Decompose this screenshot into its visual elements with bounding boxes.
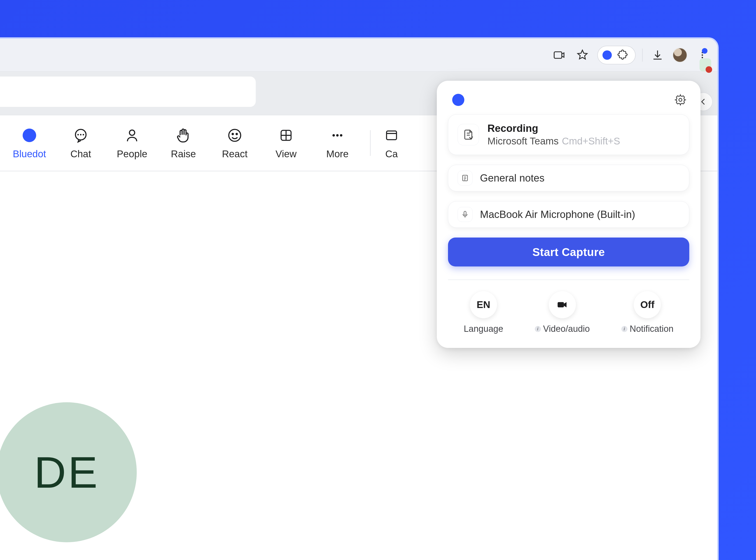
people-icon: [124, 126, 140, 144]
notes-icon: [458, 171, 473, 185]
ellipsis-icon: [330, 126, 345, 144]
grid-icon: [279, 126, 294, 144]
notification-value: Off: [640, 299, 655, 310]
occluded-bluedot: [702, 48, 708, 54]
recording-shortcut: Cmd+Shift+S: [562, 136, 620, 147]
notes-card[interactable]: General notes: [448, 165, 689, 191]
svg-rect-16: [464, 212, 466, 215]
svg-point-14: [679, 98, 682, 101]
svg-point-6: [229, 129, 241, 141]
notes-label: General notes: [480, 172, 544, 184]
extensions-icon[interactable]: [617, 49, 629, 61]
extension-pill[interactable]: [597, 46, 636, 64]
toolbar-item-people[interactable]: People: [106, 126, 158, 160]
toolbar-item-label: Bluedot: [13, 148, 46, 160]
info-icon: i: [535, 326, 541, 332]
notification-chip: Off: [634, 291, 661, 318]
toolbar-item-cut[interactable]: Ca: [378, 126, 405, 160]
bluedot-extension-icon[interactable]: [602, 51, 612, 60]
avatar-initials: DE: [34, 447, 99, 498]
profile-avatar[interactable]: [673, 47, 688, 62]
toolbar-item-bluedot[interactable]: Bluedot: [4, 126, 55, 160]
svg-point-8: [236, 134, 238, 135]
toolbar-item-label: View: [276, 148, 297, 160]
microphone-icon: [458, 207, 473, 222]
gear-icon[interactable]: [674, 94, 687, 106]
toolbar-separator: [370, 130, 371, 156]
svg-rect-17: [557, 302, 564, 307]
toolbar-divider: [642, 48, 642, 62]
toolbar-item-label: React: [222, 148, 247, 160]
language-label: Language: [464, 324, 503, 334]
raise-hand-icon: [176, 126, 191, 144]
document-edit-icon: [458, 124, 479, 145]
microphone-card[interactable]: MacBook Air Microphone (Built-in): [448, 201, 689, 228]
toolbar-item-label: Raise: [171, 148, 196, 160]
bluedot-logo-icon: [452, 94, 464, 106]
popup-divider: [448, 280, 689, 280]
toolbar-item-more[interactable]: More: [312, 126, 363, 160]
svg-point-11: [336, 134, 339, 137]
video-audio-option[interactable]: i Video/audio: [535, 291, 590, 334]
camera-icon[interactable]: [551, 47, 568, 63]
video-icon: [556, 298, 569, 311]
svg-point-5: [130, 130, 135, 135]
start-capture-label: Start Capture: [533, 246, 605, 258]
microphone-label: MacBook Air Microphone (Built-in): [480, 208, 635, 220]
toolbar-item-chat[interactable]: Chat: [55, 126, 106, 160]
smile-icon: [227, 126, 243, 144]
search-input[interactable]: [0, 77, 256, 107]
recording-source: Microsoft Teams: [488, 136, 559, 147]
bluedot-icon: [23, 128, 36, 142]
cut-icon: [384, 126, 399, 144]
toolbar-item-view[interactable]: View: [260, 126, 312, 160]
popup-footer: EN Language i Video/audio: [448, 291, 689, 334]
toolbar-item-label: Chat: [71, 148, 91, 160]
svg-rect-13: [386, 131, 397, 140]
browser-window: Bluedot Chat People Raise: [0, 37, 719, 560]
notification-option[interactable]: Off i Notification: [621, 291, 674, 334]
video-chip: [549, 291, 576, 318]
notification-label: Notification: [630, 324, 674, 334]
svg-point-7: [232, 134, 234, 135]
download-icon[interactable]: [649, 47, 666, 63]
language-option[interactable]: EN Language: [464, 291, 503, 334]
toolbar-item-label: People: [117, 148, 147, 160]
video-audio-label: Video/audio: [543, 324, 590, 334]
recording-title: Recording: [488, 122, 620, 134]
bluedot-popup: Recording Microsoft Teams Cmd+Shift+S Ge…: [437, 81, 700, 348]
chat-icon: [73, 126, 89, 144]
svg-point-12: [340, 134, 342, 137]
participant-avatar: DE: [0, 402, 137, 542]
star-icon[interactable]: [574, 47, 591, 63]
occluded-green-badge: [699, 58, 711, 72]
toolbar-item-raise[interactable]: Raise: [158, 126, 209, 160]
start-capture-button[interactable]: Start Capture: [448, 238, 689, 266]
toolbar-item-label: Ca: [385, 148, 398, 160]
toolbar-item-label: More: [326, 148, 349, 160]
language-value: EN: [477, 299, 490, 310]
recording-card[interactable]: Recording Microsoft Teams Cmd+Shift+S: [448, 114, 689, 155]
svg-rect-0: [554, 52, 562, 58]
browser-toolbar: [0, 39, 717, 72]
toolbar-item-react[interactable]: React: [209, 126, 260, 160]
svg-point-10: [333, 134, 335, 137]
info-icon: i: [621, 326, 628, 332]
language-chip: EN: [470, 291, 497, 318]
